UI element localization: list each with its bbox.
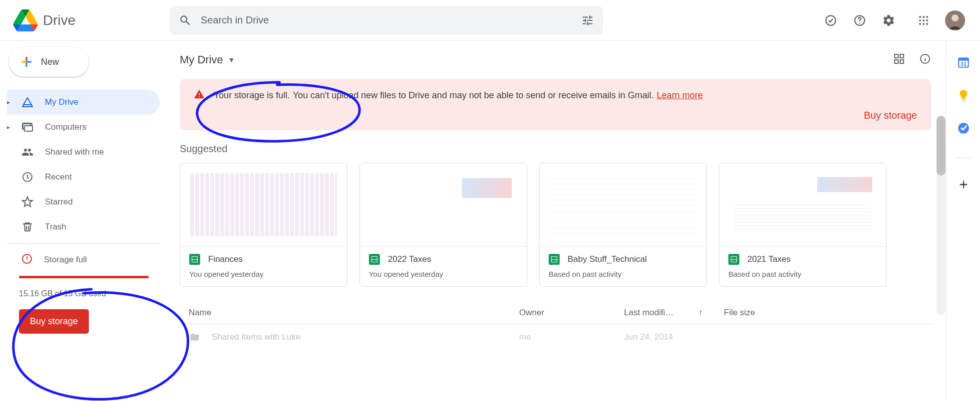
toolbar: My Drive ▼ — [180, 48, 931, 72]
sidebar-item-label: Trash — [45, 222, 66, 232]
storage-used-text: 15.16 GB of 15 GB used — [19, 289, 158, 298]
plus-icon — [19, 54, 34, 69]
sidebar-item-label: Recent — [45, 172, 72, 182]
card-thumbnail — [540, 163, 706, 247]
card-title: Baby Stuff_Technical — [568, 254, 647, 264]
keep-icon[interactable] — [957, 89, 970, 102]
search-icon — [179, 14, 192, 27]
my-drive-icon — [21, 96, 34, 109]
svg-rect-20 — [900, 54, 904, 58]
file-owner: me — [519, 332, 624, 342]
sidebar-item-recent[interactable]: Recent — [7, 165, 160, 190]
add-addon-icon[interactable] — [957, 178, 970, 191]
sort-arrow-up-icon: ↑ — [698, 308, 703, 318]
th-name[interactable]: Name — [180, 308, 519, 318]
svg-point-7 — [926, 19, 928, 21]
svg-point-5 — [919, 19, 921, 21]
divider — [956, 158, 971, 158]
card-thumbnail — [180, 163, 347, 247]
table-row[interactable]: Shared Items with Luke me Jun 24, 2014 — [180, 324, 931, 350]
side-panel: 31 — [946, 41, 980, 401]
search-options-icon[interactable] — [581, 14, 594, 27]
settings-icon[interactable] — [881, 13, 896, 28]
banner-title: Your storage is full. — [214, 90, 290, 101]
info-icon[interactable] — [919, 53, 931, 67]
breadcrumb-title: My Drive — [180, 53, 223, 66]
sidebar-item-label: Computers — [45, 122, 86, 132]
svg-rect-13 — [25, 61, 27, 62]
th-size[interactable]: File size — [724, 308, 931, 318]
svg-point-3 — [923, 16, 925, 18]
learn-more-link[interactable]: Learn more — [657, 90, 703, 101]
computers-icon — [21, 121, 34, 134]
suggested-card[interactable]: Baby Stuff_Technical Based on past activ… — [539, 163, 707, 287]
apps-grid-icon[interactable] — [916, 13, 931, 28]
th-modified[interactable]: Last modifi…↑ — [624, 308, 724, 318]
svg-point-9 — [923, 23, 925, 25]
suggested-title: Suggested — [180, 143, 931, 155]
card-title: 2022 Taxes — [388, 254, 431, 264]
banner-buy-storage-link[interactable]: Buy storage — [194, 110, 917, 121]
header: Drive — [0, 0, 980, 41]
sidebar-nav: ▸ My Drive ▸ Computers Shared with me Re… — [7, 90, 170, 248]
sidebar-item-computers[interactable]: ▸ Computers — [7, 115, 160, 140]
search-bar[interactable] — [170, 6, 603, 35]
help-icon[interactable] — [852, 13, 867, 28]
search-input[interactable] — [201, 14, 581, 26]
warning-triangle-icon — [194, 89, 205, 102]
app-name: Drive — [43, 12, 75, 28]
table-header: Name Owner Last modifi…↑ File size — [180, 302, 931, 324]
storage-full-banner: Your storage is full. You can't upload n… — [180, 79, 931, 130]
sidebar: New ▸ My Drive ▸ Computers Shared with m… — [0, 41, 170, 401]
storage-bar — [19, 276, 149, 278]
card-thumbnail — [360, 163, 527, 247]
calendar-icon[interactable]: 31 — [957, 56, 970, 69]
card-subtitle: Based on past activity — [728, 270, 877, 278]
svg-rect-19 — [895, 54, 898, 58]
suggested-card[interactable]: Finances You opened yesterday — [180, 163, 347, 287]
recent-icon — [21, 171, 34, 184]
th-owner[interactable]: Owner — [519, 308, 624, 318]
svg-point-8 — [919, 23, 921, 25]
sidebar-item-starred[interactable]: Starred — [7, 190, 160, 214]
sidebar-item-my-drive[interactable]: ▸ My Drive — [7, 90, 160, 115]
logo-area[interactable]: Drive — [10, 9, 170, 31]
tasks-icon[interactable] — [957, 122, 970, 135]
sheets-icon — [189, 254, 200, 265]
storage-status[interactable]: Storage full — [19, 253, 158, 267]
card-subtitle: Based on past activity — [549, 270, 697, 278]
expand-icon[interactable]: ▸ — [7, 124, 14, 131]
storage-label: Storage full — [44, 255, 87, 265]
suggested-cards: Finances You opened yesterday 2022 Taxes… — [180, 163, 931, 287]
trash-icon — [21, 220, 34, 233]
buy-storage-button[interactable]: Buy storage — [19, 309, 89, 334]
sidebar-item-label: Starred — [45, 197, 73, 207]
account-avatar[interactable] — [945, 10, 965, 30]
view-controls — [893, 53, 931, 67]
breadcrumb[interactable]: My Drive ▼ — [180, 53, 235, 66]
suggested-card[interactable]: 2022 Taxes You opened yesterday — [359, 163, 527, 287]
scrollbar-thumb[interactable] — [937, 116, 946, 176]
suggested-card[interactable]: 2021 Taxes Based on past activity — [719, 163, 887, 287]
new-button[interactable]: New — [9, 47, 89, 77]
sidebar-item-trash[interactable]: Trash — [7, 214, 160, 239]
new-button-label: New — [41, 57, 59, 67]
card-title: Finances — [208, 254, 243, 264]
svg-rect-21 — [895, 60, 898, 63]
card-subtitle: You opened yesterday — [369, 270, 518, 278]
grid-view-icon[interactable] — [893, 53, 905, 67]
sheets-icon — [728, 254, 739, 265]
header-actions — [823, 10, 970, 30]
divider — [7, 243, 160, 244]
sidebar-item-label: Shared with me — [45, 147, 104, 157]
ready-offline-icon[interactable] — [823, 13, 838, 28]
expand-icon[interactable]: ▸ — [7, 99, 14, 106]
file-name: Shared Items with Luke — [212, 332, 301, 342]
svg-point-2 — [919, 16, 921, 18]
sheets-icon — [369, 254, 380, 265]
sidebar-item-shared[interactable]: Shared with me — [7, 140, 160, 165]
card-thumbnail — [719, 163, 886, 247]
card-title: 2021 Taxes — [747, 254, 791, 264]
svg-point-12 — [952, 14, 959, 21]
svg-rect-22 — [900, 60, 904, 63]
